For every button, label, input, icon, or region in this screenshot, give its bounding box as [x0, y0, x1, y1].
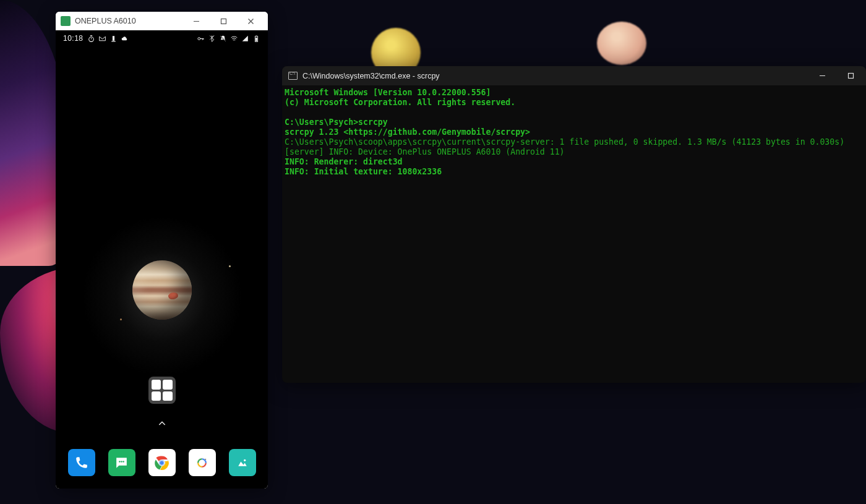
data-icon	[109, 35, 118, 43]
svg-point-17	[119, 461, 121, 463]
svg-rect-16	[255, 37, 257, 41]
messages-app[interactable]	[108, 449, 135, 476]
cmd-line-1: Microsoft Windows [Version 10.0.22000.55…	[285, 88, 491, 97]
scrcpy-app-icon	[61, 16, 71, 26]
svg-point-31	[244, 459, 246, 461]
wifi-icon	[230, 35, 238, 43]
cloud-icon	[121, 35, 129, 43]
maximize-button[interactable]	[210, 12, 237, 30]
google-icon	[152, 380, 161, 390]
cmd-window[interactable]: C:\Windows\system32\cmd.exe - scrcpy Mic…	[282, 66, 866, 383]
cmd-output-area[interactable]: Microsoft Windows [Version 10.0.22000.55…	[282, 85, 866, 383]
cmd-prompt: C:\Users\Psych>	[285, 117, 358, 127]
wallpaper-orb-pink	[597, 22, 646, 65]
status-clock: 10:18	[63, 34, 84, 43]
svg-rect-33	[848, 74, 853, 79]
cmd-titlebar[interactable]: C:\Windows\system32\cmd.exe - scrcpy	[282, 66, 866, 85]
scrcpy-window[interactable]: ONEPLUS A6010 10:18	[56, 12, 268, 489]
svg-marker-30	[238, 461, 247, 466]
status-left-icons	[87, 35, 129, 43]
dock	[56, 449, 268, 476]
minimize-button[interactable]	[182, 12, 210, 30]
cmd-maximize-button[interactable]	[836, 66, 865, 85]
camera-app[interactable]	[189, 449, 216, 476]
cmd-command: scrcpy	[358, 117, 388, 127]
bluetooth-icon	[208, 35, 216, 43]
svg-point-8	[198, 37, 200, 40]
wallpaper-moon-1	[229, 265, 231, 267]
cmd-out-1: scrcpy 1.23 <https://github.com/Genymobi…	[285, 127, 530, 137]
status-right-icons	[197, 35, 260, 43]
cmd-out-5: INFO: Initial texture: 1080x2336	[285, 167, 442, 176]
svg-rect-1	[221, 19, 226, 23]
gallery-app[interactable]	[229, 449, 256, 476]
scrcpy-titlebar[interactable]: ONEPLUS A6010	[56, 12, 268, 30]
chrome-app[interactable]	[148, 449, 176, 476]
cmd-window-title: C:\Windows\system32\cmd.exe - scrcpy	[302, 72, 808, 80]
battery-icon	[252, 35, 260, 43]
svg-rect-15	[255, 35, 257, 36]
svg-point-29	[205, 458, 206, 459]
photos-mini-icon	[152, 391, 161, 401]
signal-icon	[241, 35, 249, 43]
cmd-minimize-button[interactable]	[808, 66, 836, 85]
phone-app[interactable]	[68, 449, 95, 476]
svg-point-18	[121, 461, 122, 463]
wallpaper-moon-2	[120, 318, 122, 320]
vpn-key-icon	[197, 35, 205, 43]
scrcpy-window-title: ONEPLUS A6010	[75, 17, 182, 25]
close-button[interactable]	[237, 12, 264, 30]
svg-point-19	[122, 461, 124, 463]
google-apps-folder[interactable]	[148, 377, 176, 404]
cmd-out-3: [server] INFO: Device: OnePlus ONEPLUS A…	[285, 147, 565, 156]
mute-icon	[219, 35, 227, 43]
svg-point-4	[88, 36, 93, 41]
phone-screen[interactable]: 10:18	[56, 30, 268, 489]
android-status-bar[interactable]: 10:18	[56, 30, 268, 46]
cmd-out-4: INFO: Renderer: direct3d	[285, 157, 403, 166]
wallpaper-jupiter	[132, 260, 192, 320]
stopwatch-icon	[87, 35, 95, 43]
drive-mini-icon	[163, 391, 173, 401]
chrome-mini-icon	[163, 380, 173, 390]
cmd-out-2: C:\Users\Psych\scoop\apps\scrcpy\current…	[285, 137, 844, 147]
svg-rect-7	[112, 36, 114, 41]
cmd-line-2: (c) Microsoft Corporation. All rights re…	[285, 98, 515, 107]
gmail-icon	[98, 35, 106, 43]
app-drawer-handle[interactable]	[157, 419, 167, 431]
cmd-app-icon	[288, 72, 298, 80]
